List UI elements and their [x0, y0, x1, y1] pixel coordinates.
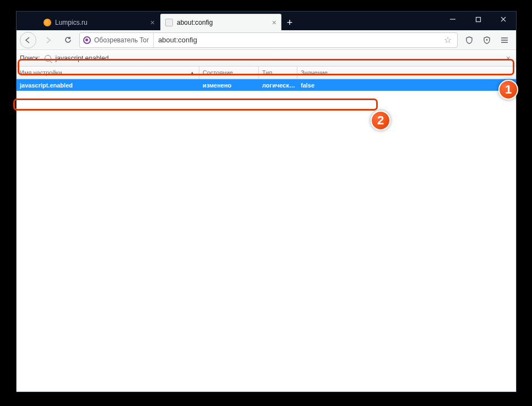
pref-content: javascript.enabled изменено логическ… fa…: [17, 79, 516, 392]
annotation-step-1: 1: [498, 80, 518, 100]
identity-label: Обозреватель Tor: [94, 36, 149, 44]
window-controls: [440, 12, 516, 27]
new-identity-button[interactable]: [479, 32, 495, 48]
back-button[interactable]: [20, 32, 36, 48]
menu-button[interactable]: [496, 32, 513, 48]
newtab-button[interactable]: +: [282, 15, 297, 30]
search-label: Поиск:: [20, 54, 40, 62]
svg-rect-1: [476, 17, 480, 21]
col-header-state[interactable]: Состояние: [199, 67, 259, 79]
tab-title: Lumpics.ru: [55, 19, 146, 26]
nav-toolbar: Обозреватель Tor about:config ☆: [17, 30, 516, 50]
col-header-name[interactable]: Имя настройки ▲: [17, 67, 199, 79]
close-tab-icon[interactable]: ×: [150, 18, 155, 27]
favicon-blank-icon: [165, 19, 173, 26]
url-text: about:config: [154, 36, 438, 44]
clear-search-icon[interactable]: ×: [504, 54, 513, 63]
tor-onion-icon: [83, 36, 91, 44]
pref-search-input[interactable]: [56, 54, 500, 62]
pref-type: логическ…: [259, 79, 297, 91]
svg-point-4: [486, 39, 488, 41]
close-window-button[interactable]: [491, 12, 516, 27]
col-header-value[interactable]: Значение: [297, 67, 516, 79]
pref-search-row: Поиск: ×: [17, 50, 516, 67]
reload-button[interactable]: [59, 32, 76, 48]
col-header-type[interactable]: Тип: [259, 67, 297, 79]
search-icon: [45, 55, 51, 62]
pref-row[interactable]: javascript.enabled изменено логическ… fa…: [17, 79, 516, 91]
annotation-step-2: 2: [371, 111, 390, 130]
security-level-button[interactable]: [461, 32, 477, 48]
browser-window: Lumpics.ru × about:config × + Обозревате…: [16, 11, 517, 392]
pref-name: javascript.enabled: [17, 79, 199, 91]
bookmark-star-icon[interactable]: ☆: [438, 35, 457, 45]
identity-block[interactable]: Обозреватель Tor: [83, 33, 154, 47]
close-tab-icon[interactable]: ×: [272, 18, 276, 27]
pref-state: изменено: [199, 79, 259, 91]
tab-lumpics[interactable]: Lumpics.ru ×: [39, 14, 160, 30]
address-bar[interactable]: Обозреватель Tor about:config ☆: [79, 32, 458, 48]
forward-button[interactable]: [40, 32, 56, 48]
maximize-button[interactable]: [465, 12, 491, 27]
pref-value: false: [297, 79, 516, 91]
tab-aboutconfig[interactable]: about:config ×: [160, 14, 281, 30]
minimize-button[interactable]: [440, 12, 465, 27]
favicon-orange-icon: [44, 19, 51, 26]
sort-ascending-icon: ▲: [190, 70, 194, 75]
pref-grid-header: Имя настройки ▲ Состояние Тип Значение: [17, 67, 516, 79]
tab-title: about:config: [177, 19, 268, 26]
